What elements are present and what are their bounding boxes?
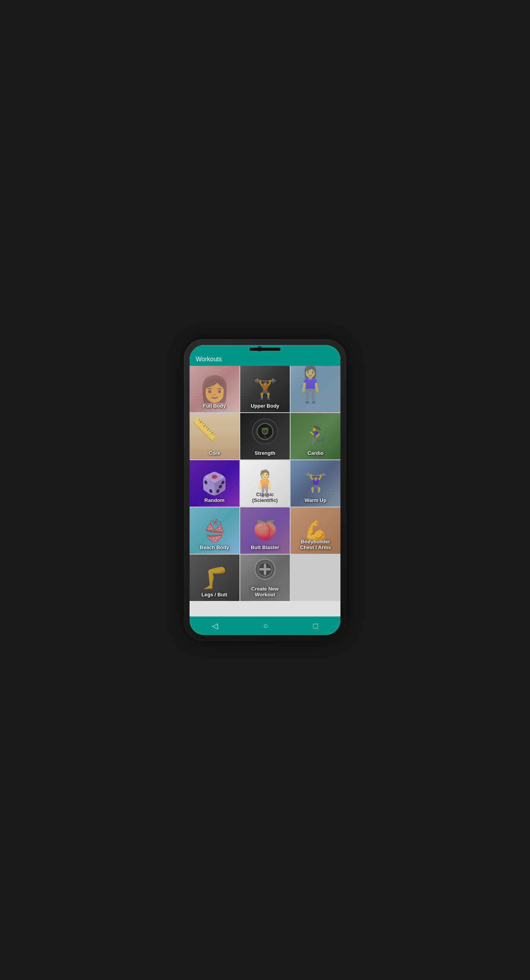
full-body-label: Full Body — [190, 403, 239, 409]
workout-card-legs-butt[interactable]: 🦵 Legs / Butt — [190, 555, 239, 601]
legs-butt-label: Legs / Butt — [190, 592, 239, 598]
svg-rect-9 — [259, 568, 271, 570]
workout-card-upper-body[interactable]: 🏋️ Upper Body — [240, 366, 290, 412]
strength-visual: YORK 10 KG — [250, 417, 279, 447]
workout-card-full-body[interactable]: 👩 Full Body — [190, 366, 239, 412]
workout-card-butt-blaster[interactable]: 🍑 Butt Blaster — [240, 507, 290, 554]
workout-card-bodybuilder[interactable]: 💪 BodybuilderChest / Arms — [291, 507, 340, 554]
workout-card-classic[interactable]: 🧍 Classic(Scientific) — [240, 460, 290, 507]
workout-grid-wrapper: 👩 Full Body 🏋️ Upper Body 🏃 Lower Body — [190, 366, 340, 601]
create-new-icon — [253, 558, 277, 582]
nav-back-icon[interactable]: ◁ — [212, 621, 218, 630]
workout-card-warm-up[interactable]: 🏋️‍♀️ Warm Up — [291, 460, 340, 507]
core-visual: 📏 — [191, 417, 218, 442]
butt-blaster-label: Butt Blaster — [240, 545, 290, 551]
workout-card-core[interactable]: 📏 Core — [190, 413, 239, 459]
bottom-nav: ◁ ○ □ — [190, 616, 340, 635]
speaker — [250, 348, 280, 351]
nav-home-icon[interactable]: ○ — [263, 621, 268, 630]
beach-body-label: Beach Body — [190, 545, 239, 551]
create-new-label: Create NewWorkout — [240, 586, 290, 598]
workout-grid-container[interactable]: 👩 Full Body 🏋️ Upper Body 🏃 Lower Body — [190, 366, 340, 616]
upper-body-label: Upper Body — [240, 403, 290, 409]
svg-text:10: 10 — [264, 432, 266, 435]
classic-label: Classic(Scientific) — [240, 492, 290, 504]
popup-figure-icon: 🧍‍♀️ — [291, 366, 332, 405]
svg-text:KG: KG — [264, 436, 267, 438]
nav-recent-icon[interactable]: □ — [313, 621, 318, 630]
app-title: Workouts — [196, 356, 222, 362]
workout-card-create-new[interactable]: Create NewWorkout — [240, 555, 290, 601]
lower-body-popup: 🧍‍♀️ Lower Body — [291, 366, 340, 412]
app-header: Workouts — [190, 353, 340, 366]
svg-text:YORK: YORK — [262, 427, 269, 430]
core-label: Core — [190, 450, 239, 456]
workout-card-cardio[interactable]: 🏃‍♀️ Cardio — [291, 413, 340, 459]
phone-device: Workouts 👩 Full Body 🏋️ Upper Body — [184, 339, 346, 641]
workout-card-lower-body[interactable]: 🏃 Lower Body 🧍‍♀️ Lower Body — [291, 366, 340, 412]
workout-grid: 👩 Full Body 🏋️ Upper Body 🏃 Lower Body — [190, 366, 340, 601]
cardio-label: Cardio — [291, 450, 340, 456]
random-label: Random — [190, 497, 239, 504]
workout-card-beach-body[interactable]: 👙 Beach Body — [190, 507, 239, 554]
strength-label: Strength — [240, 450, 290, 456]
phone-screen: Workouts 👩 Full Body 🏋️ Upper Body — [190, 345, 340, 635]
bodybuilder-label: BodybuilderChest / Arms — [291, 539, 340, 551]
popup-bg: 🧍‍♀️ Lower Body — [291, 366, 340, 412]
workout-card-random[interactable]: 🎲 Random — [190, 460, 239, 507]
workout-card-strength[interactable]: YORK 10 KG Strength — [240, 413, 290, 459]
warm-up-label: Warm Up — [291, 497, 340, 504]
